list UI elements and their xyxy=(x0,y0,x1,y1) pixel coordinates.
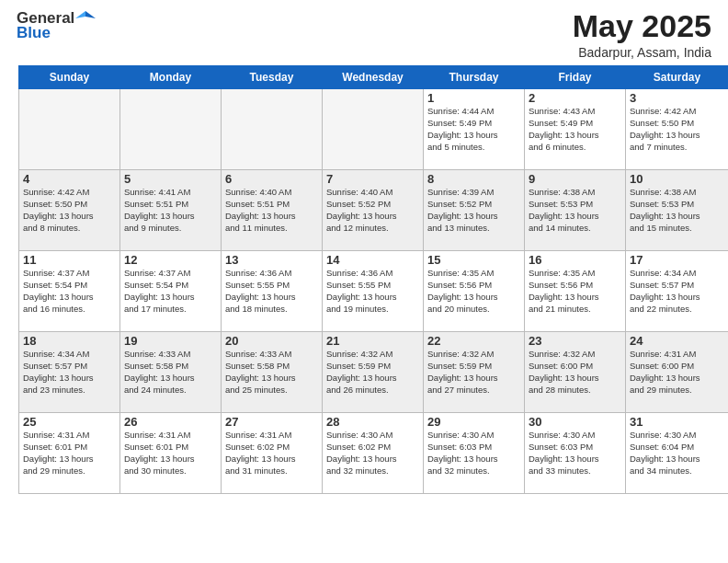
cell-text-line: Sunrise: 4:35 AM xyxy=(427,268,520,280)
cell-text-line: Sunset: 5:57 PM xyxy=(23,361,116,373)
table-row: 6Sunrise: 4:40 AMSunset: 5:51 PMDaylight… xyxy=(222,170,323,251)
table-row: 21Sunrise: 4:32 AMSunset: 5:59 PMDayligh… xyxy=(323,332,424,413)
table-row: 14Sunrise: 4:36 AMSunset: 5:55 PMDayligh… xyxy=(323,251,424,332)
cell-text-line: Sunrise: 4:33 AM xyxy=(225,349,318,361)
cell-text-line: and 26 minutes. xyxy=(326,385,419,396)
day-number: 11 xyxy=(23,253,116,267)
cell-text-line: Sunrise: 4:31 AM xyxy=(124,430,217,442)
logo-blue-text: Blue xyxy=(17,24,51,42)
cell-text-line: Sunrise: 4:32 AM xyxy=(529,349,621,361)
header-friday: Friday xyxy=(525,66,626,89)
cell-text-line: Daylight: 13 hours xyxy=(124,454,217,465)
header-saturday: Saturday xyxy=(626,66,729,89)
day-number: 10 xyxy=(630,172,724,186)
cell-text-line: Daylight: 13 hours xyxy=(225,292,318,304)
cell-text-line: Sunset: 5:55 PM xyxy=(225,280,318,292)
cell-text-line: Sunrise: 4:37 AM xyxy=(124,268,217,280)
cell-text-line: Sunset: 6:02 PM xyxy=(326,442,419,454)
cell-text-line: Sunrise: 4:32 AM xyxy=(427,349,520,361)
cell-text-line: Sunrise: 4:39 AM xyxy=(427,187,520,199)
cell-text-line: and 32 minutes. xyxy=(326,465,419,477)
cell-text-line: Sunset: 5:51 PM xyxy=(225,199,318,211)
title-area: May 2025 Badarpur, Assam, India xyxy=(573,9,711,60)
table-row: 12Sunrise: 4:37 AMSunset: 5:54 PMDayligh… xyxy=(120,251,222,332)
cell-text-line: Sunset: 6:03 PM xyxy=(427,442,520,454)
cell-text-line: Sunrise: 4:37 AM xyxy=(23,268,116,280)
table-row: 25Sunrise: 4:31 AMSunset: 6:01 PMDayligh… xyxy=(19,413,120,494)
day-number: 14 xyxy=(326,253,419,267)
cell-text-line: Daylight: 13 hours xyxy=(23,454,116,465)
page-container: General Blue May 2025 Badarpur, Assam, I… xyxy=(0,0,728,563)
cell-text-line: Sunrise: 4:41 AM xyxy=(124,187,217,199)
calendar-table: Sunday Monday Tuesday Wednesday Thursday… xyxy=(18,65,728,494)
cell-text-line: and 25 minutes. xyxy=(225,385,318,396)
table-row xyxy=(120,89,222,170)
cell-text-line: Sunset: 5:56 PM xyxy=(529,280,621,292)
cell-text-line: Daylight: 13 hours xyxy=(326,373,419,385)
table-row: 15Sunrise: 4:35 AMSunset: 5:56 PMDayligh… xyxy=(424,251,525,332)
table-row: 28Sunrise: 4:30 AMSunset: 6:02 PMDayligh… xyxy=(323,413,424,494)
day-number: 13 xyxy=(225,253,318,267)
location-subtitle: Badarpur, Assam, India xyxy=(573,45,711,60)
cell-text-line: Sunset: 5:54 PM xyxy=(23,280,116,292)
cell-text-line: Sunset: 5:52 PM xyxy=(326,199,419,211)
cell-text-line: and 18 minutes. xyxy=(225,304,318,316)
header-tuesday: Tuesday xyxy=(222,66,323,89)
cell-text-line: Sunset: 5:58 PM xyxy=(124,361,217,373)
day-number: 22 xyxy=(427,334,520,348)
table-row: 27Sunrise: 4:31 AMSunset: 6:02 PMDayligh… xyxy=(222,413,323,494)
cell-text-line: Daylight: 13 hours xyxy=(427,292,520,304)
cell-text-line: Sunrise: 4:36 AM xyxy=(326,268,419,280)
cell-text-line: and 27 minutes. xyxy=(427,385,520,396)
cell-text-line: Sunrise: 4:42 AM xyxy=(630,106,724,118)
cell-text-line: and 29 minutes. xyxy=(630,385,724,396)
table-row xyxy=(323,89,424,170)
table-row: 18Sunrise: 4:34 AMSunset: 5:57 PMDayligh… xyxy=(19,332,120,413)
day-number: 31 xyxy=(630,415,724,429)
logo: General Blue xyxy=(17,9,97,42)
cell-text-line: Sunset: 5:55 PM xyxy=(326,280,419,292)
cell-text-line: and 16 minutes. xyxy=(23,304,116,316)
cell-text-line: Daylight: 13 hours xyxy=(225,373,318,385)
table-row: 31Sunrise: 4:30 AMSunset: 6:04 PMDayligh… xyxy=(626,413,729,494)
cell-text-line: Daylight: 13 hours xyxy=(630,130,724,142)
table-row xyxy=(19,89,120,170)
header-thursday: Thursday xyxy=(424,66,525,89)
cell-text-line: Sunrise: 4:34 AM xyxy=(630,268,724,280)
cell-text-line: Sunset: 6:02 PM xyxy=(225,442,318,454)
day-number: 21 xyxy=(326,334,419,348)
cell-text-line: Daylight: 13 hours xyxy=(529,292,621,304)
day-number: 20 xyxy=(225,334,318,348)
day-number: 18 xyxy=(23,334,116,348)
day-number: 5 xyxy=(124,172,217,186)
cell-text-line: and 31 minutes. xyxy=(225,465,318,477)
cell-text-line: Daylight: 13 hours xyxy=(124,211,217,223)
svg-marker-0 xyxy=(85,11,96,18)
cell-text-line: Daylight: 13 hours xyxy=(326,211,419,223)
cell-text-line: Daylight: 13 hours xyxy=(529,373,621,385)
table-row: 1Sunrise: 4:44 AMSunset: 5:49 PMDaylight… xyxy=(424,89,525,170)
day-number: 17 xyxy=(630,253,724,267)
cell-text-line: and 9 minutes. xyxy=(124,223,217,235)
cell-text-line: Sunset: 5:51 PM xyxy=(124,199,217,211)
cell-text-line: Sunrise: 4:33 AM xyxy=(124,349,217,361)
cell-text-line: Sunrise: 4:32 AM xyxy=(326,349,419,361)
cell-text-line: Sunrise: 4:31 AM xyxy=(630,349,724,361)
cell-text-line: and 14 minutes. xyxy=(529,223,621,235)
table-row: 16Sunrise: 4:35 AMSunset: 5:56 PMDayligh… xyxy=(525,251,626,332)
cell-text-line: and 12 minutes. xyxy=(326,223,419,235)
cell-text-line: Sunset: 5:53 PM xyxy=(630,199,724,211)
cell-text-line: Sunset: 6:01 PM xyxy=(124,442,217,454)
table-row: 19Sunrise: 4:33 AMSunset: 5:58 PMDayligh… xyxy=(120,332,222,413)
day-number: 28 xyxy=(326,415,419,429)
table-row: 7Sunrise: 4:40 AMSunset: 5:52 PMDaylight… xyxy=(323,170,424,251)
day-number: 26 xyxy=(124,415,217,429)
day-number: 12 xyxy=(124,253,217,267)
cell-text-line: Daylight: 13 hours xyxy=(427,211,520,223)
week-row-4: 18Sunrise: 4:34 AMSunset: 5:57 PMDayligh… xyxy=(19,332,729,413)
day-number: 1 xyxy=(427,91,520,105)
day-number: 7 xyxy=(326,172,419,186)
cell-text-line: and 13 minutes. xyxy=(427,223,520,235)
cell-text-line: Daylight: 13 hours xyxy=(23,292,116,304)
cell-text-line: Sunrise: 4:31 AM xyxy=(225,430,318,442)
